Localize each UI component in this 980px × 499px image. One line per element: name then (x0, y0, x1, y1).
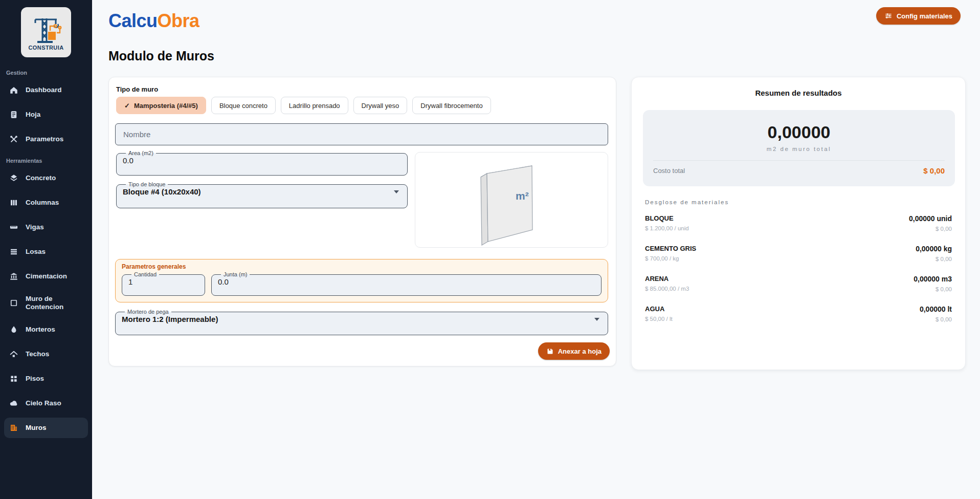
rows-icon (9, 247, 18, 256)
sidebar: CONSTRUIA Gestion Dashboard Hoja Paramet… (0, 0, 92, 499)
materials-list: BLOQUE $ 1.200,00 / unid 0,00000 unid $ … (645, 214, 952, 335)
sidebar-item-label: Concreto (26, 174, 56, 182)
sidebar-item-vigas[interactable]: Vigas (4, 217, 88, 237)
chevron-down-icon (594, 318, 599, 321)
sidebar-item-muro-de-contencion[interactable]: Muro de Contencion (4, 291, 88, 315)
sidebar-item-techos[interactable]: Techos (4, 344, 88, 364)
check-icon: ✓ (124, 102, 130, 110)
tab-drywall-yeso[interactable]: Drywall yeso (353, 97, 408, 114)
bank-icon (9, 272, 18, 281)
material-unit-price: $ 85.000,00 / m3 (645, 286, 689, 292)
sidebar-item-label: Muro de Contencion (26, 295, 83, 311)
block-type-value: Bloque #4 (10x20x40) (123, 187, 201, 196)
material-unit-price: $ 700,00 / kg (645, 255, 696, 262)
grid-icon (9, 374, 18, 383)
tab-drywall-fibrocemento[interactable]: Drywall fibrocemento (412, 97, 491, 114)
chevron-down-icon (394, 190, 399, 193)
sidebar-item-hoja[interactable]: Hoja (4, 104, 88, 125)
material-quantity: 0,00000 m3 (914, 275, 952, 283)
area-input[interactable] (123, 156, 401, 165)
material-row-arena: ARENA $ 85.000,00 / m3 0,00000 m3 $ 0,00 (645, 275, 952, 292)
parametros-generales-label: Parametros generales (122, 263, 602, 270)
cantidad-field: Cantidad (122, 271, 205, 296)
cloud-icon (9, 399, 18, 408)
material-unit-price: $ 50,00 / lt (645, 316, 673, 322)
junta-field: Junta (m) (211, 271, 602, 296)
sidebar-item-cielo-raso[interactable]: Cielo Raso (4, 393, 88, 414)
cantidad-label: Cantidad (131, 271, 159, 277)
material-name: BLOQUE (645, 214, 689, 222)
building-icon (9, 423, 18, 432)
sidebar-item-label: Columnas (26, 199, 59, 207)
cost-total-value: $ 0,00 (923, 166, 945, 175)
config-materiales-button[interactable]: Config materiales (876, 7, 961, 25)
tab-mamposteria[interactable]: ✓ Mamposteria (#4/#5) (116, 97, 206, 114)
material-row-agua: AGUA $ 50,00 / lt 0,00000 lt $ 0,00 (645, 305, 952, 322)
config-materiales-label: Config materiales (897, 12, 952, 20)
sidebar-item-label: Pisos (26, 375, 44, 383)
layers-icon (9, 173, 18, 183)
junta-input[interactable] (218, 277, 595, 286)
results-title: Resumen de resultados (632, 89, 965, 97)
sidebar-item-concreto[interactable]: Concreto (4, 168, 88, 188)
material-unit-price: $ 1.200,00 / unid (645, 225, 689, 231)
summary-divider (653, 160, 945, 161)
columns-icon (9, 198, 18, 207)
droplet-icon (9, 325, 18, 334)
sidebar-item-label: Dashboard (26, 86, 62, 94)
mortero-select[interactable]: Mortero de pega Mortero 1:2 (Impermeable… (115, 309, 608, 335)
app-logo: CalcuObra (108, 10, 199, 32)
cost-total-label: Costo total (653, 167, 685, 175)
sidebar-item-label: Morteros (26, 326, 55, 334)
sidebar-item-label: Techos (26, 350, 49, 358)
home-icon (9, 85, 18, 95)
sidebar-section-gestion: Gestion (6, 70, 92, 76)
sidebar-item-label: Cimentacion (26, 272, 67, 280)
sidebar-item-label: Hoja (26, 111, 40, 119)
tab-bloque-concreto[interactable]: Bloque concreto (211, 97, 276, 114)
parametros-generales-section: Parametros generales Cantidad Junta (m) (115, 259, 608, 302)
material-cost: $ 0,00 (914, 286, 952, 292)
material-cost: $ 0,00 (916, 256, 952, 262)
sidebar-item-cimentacion[interactable]: Cimentacion (4, 266, 88, 287)
material-quantity: 0,00000 unid (909, 214, 952, 223)
wall-panel-graphic: m² (415, 153, 608, 248)
wall-illustration: m² (415, 152, 608, 248)
wall-type-tabs: ✓ Mamposteria (#4/#5) Bloque concreto La… (116, 97, 491, 114)
material-cost: $ 0,00 (909, 226, 952, 232)
sidebar-item-label: Losas (26, 248, 46, 256)
roof-icon (9, 350, 18, 359)
illustration-m2-label: m² (516, 190, 529, 202)
sidebar-item-dashboard[interactable]: Dashboard (4, 80, 88, 100)
company-name: CONSTRUIA (29, 45, 64, 51)
block-type-select[interactable]: Tipo de bloque Bloque #4 (10x20x40) (116, 181, 408, 208)
sidebar-item-morteros[interactable]: Morteros (4, 319, 88, 340)
sidebar-item-columnas[interactable]: Columnas (4, 192, 88, 213)
sidebar-section-herramientas: Herramientas (6, 158, 92, 164)
page-title: Modulo de Muros (108, 49, 214, 63)
area-label: Area (m2) (126, 150, 156, 156)
sidebar-item-muros[interactable]: Muros (4, 418, 88, 438)
sidebar-item-label: Muros (26, 424, 47, 432)
frame-icon (9, 298, 18, 308)
tab-ladrillo-prensado[interactable]: Ladrillo prensado (281, 97, 348, 114)
sheet-icon (9, 110, 18, 119)
sidebar-item-losas[interactable]: Losas (4, 242, 88, 262)
sliders-icon (884, 12, 893, 20)
wall-form-card: Tipo de muro ✓ Mamposteria (#4/#5) Bloqu… (108, 77, 616, 366)
sidebar-item-label: Parametros (26, 135, 63, 143)
area-field: Area (m2) (116, 150, 408, 176)
material-quantity: 0,00000 kg (916, 245, 952, 253)
material-cost: $ 0,00 (920, 316, 952, 322)
summary-panel: 0,00000 m2 de muro total Costo total $ 0… (643, 110, 955, 186)
material-row-cemento-gris: CEMENTO GRIS $ 700,00 / kg 0,00000 kg $ … (645, 245, 952, 262)
sidebar-item-parametros[interactable]: Parametros (4, 129, 88, 149)
total-m2-unit-label: m2 de muro total (643, 146, 955, 152)
cantidad-input[interactable] (128, 277, 198, 286)
sidebar-item-pisos[interactable]: Pisos (4, 368, 88, 389)
material-name: AGUA (645, 305, 673, 313)
anexar-a-hoja-button[interactable]: Anexar a hoja (538, 342, 610, 360)
wall-type-label: Tipo de muro (116, 85, 158, 93)
name-input[interactable] (115, 123, 608, 145)
material-name: CEMENTO GRIS (645, 245, 696, 252)
